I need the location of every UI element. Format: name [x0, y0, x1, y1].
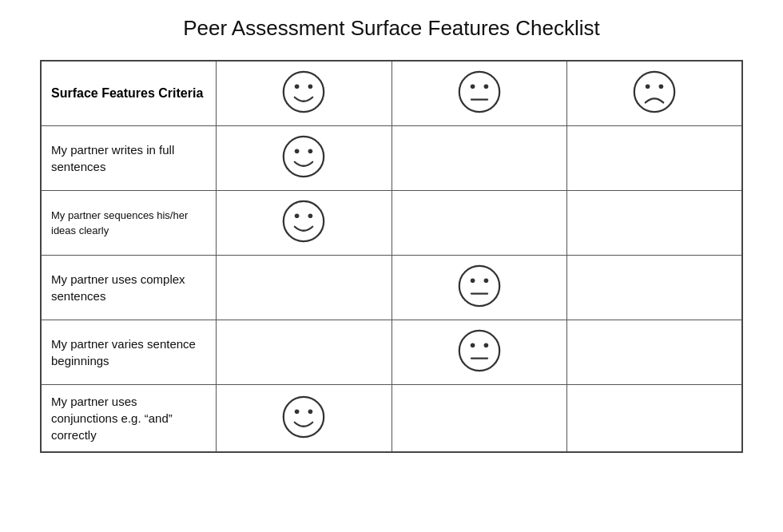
svg-point-8 — [646, 84, 650, 89]
svg-point-0 — [284, 72, 324, 112]
happy-icon — [281, 395, 326, 439]
criteria-label: My partner sequences his/her ideas clear… — [51, 209, 188, 236]
svg-point-13 — [284, 201, 324, 241]
svg-point-22 — [483, 343, 488, 347]
checklist-table: Surface Features Criteria — [40, 60, 743, 453]
table-row: My partner varies sentence beginnings — [41, 320, 742, 385]
row4-col1-cell — [217, 320, 392, 385]
criteria-cell: My partner sequences his/her ideas clear… — [41, 191, 217, 256]
svg-point-26 — [308, 409, 313, 414]
row4-col2-cell — [392, 320, 566, 385]
criteria-cell: My partner uses complex sentences — [41, 256, 217, 320]
criteria-label: My partner uses conjunctions e.g. “and” … — [51, 395, 173, 442]
row5-col2-cell — [392, 385, 566, 453]
svg-point-9 — [659, 84, 664, 89]
page-title: Peer Assessment Surface Features Checkli… — [183, 16, 600, 41]
criteria-cell: My partner writes in full sentences — [41, 126, 217, 191]
row3-col1-cell — [217, 256, 392, 320]
row5-col3-cell — [567, 385, 742, 453]
row2-col2-cell — [392, 191, 566, 256]
svg-point-1 — [295, 84, 300, 89]
header-criteria-label: Surface Features Criteria — [51, 86, 203, 100]
svg-point-2 — [308, 84, 313, 89]
happy-icon — [281, 69, 326, 114]
svg-point-21 — [471, 343, 475, 347]
happy-icon — [281, 199, 326, 244]
row4-col3-cell — [567, 320, 742, 385]
svg-point-3 — [459, 72, 499, 112]
criteria-label: My partner varies sentence beginnings — [51, 337, 196, 367]
svg-point-7 — [634, 72, 674, 112]
header-happy-cell — [217, 61, 392, 126]
happy-icon — [281, 134, 326, 179]
header-sad-cell — [567, 61, 742, 126]
neutral-icon — [457, 264, 502, 308]
header-neutral-cell — [392, 61, 566, 126]
svg-point-15 — [308, 213, 313, 218]
svg-point-16 — [459, 266, 499, 306]
svg-point-11 — [295, 149, 300, 153]
svg-point-24 — [284, 396, 324, 436]
row1-col2-cell — [392, 126, 566, 191]
table-row: My partner writes in full sentences — [41, 126, 742, 191]
table-row: My partner uses conjunctions e.g. “and” … — [41, 385, 742, 453]
criteria-cell: My partner uses conjunctions e.g. “and” … — [41, 385, 217, 453]
svg-point-20 — [459, 331, 499, 371]
criteria-cell: My partner varies sentence beginnings — [41, 320, 217, 385]
svg-point-18 — [483, 278, 488, 283]
criteria-label: My partner writes in full sentences — [51, 143, 174, 173]
sad-icon — [632, 69, 677, 114]
header-criteria-cell: Surface Features Criteria — [41, 61, 217, 126]
neutral-icon — [457, 69, 502, 114]
svg-point-12 — [308, 149, 313, 153]
table-row: My partner uses complex sentences — [41, 256, 742, 320]
row5-col1-cell — [217, 385, 392, 453]
svg-point-25 — [295, 409, 300, 414]
table-row: My partner sequences his/her ideas clear… — [41, 191, 742, 256]
criteria-label: My partner uses complex sentences — [51, 272, 185, 303]
row1-col3-cell — [567, 126, 742, 191]
svg-point-10 — [284, 137, 324, 177]
table-header-row: Surface Features Criteria — [41, 61, 742, 126]
row3-col3-cell — [567, 256, 742, 320]
row2-col1-cell — [217, 191, 392, 256]
svg-point-4 — [471, 84, 475, 89]
row2-col3-cell — [567, 191, 742, 256]
row1-col1-cell — [217, 126, 392, 191]
svg-point-17 — [471, 278, 475, 283]
svg-point-5 — [483, 84, 488, 89]
neutral-icon — [457, 328, 502, 373]
svg-point-14 — [295, 213, 300, 218]
row3-col2-cell — [392, 256, 566, 320]
